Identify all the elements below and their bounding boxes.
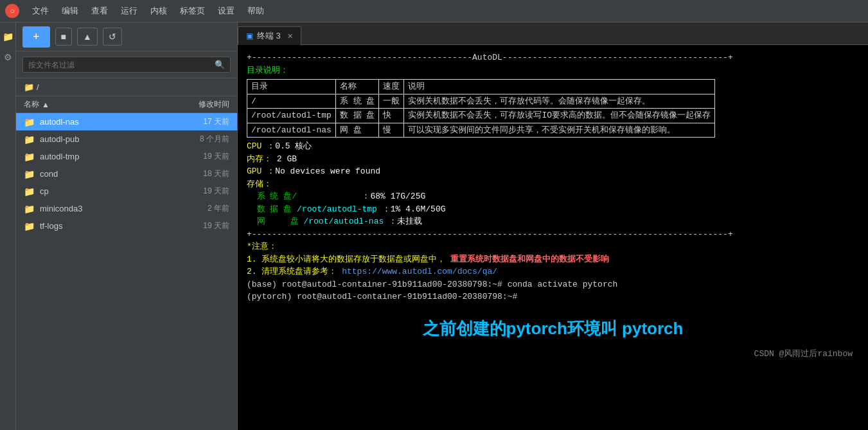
terminal-area: ▣ 终端 3 ✕ +------------------------------…	[238, 22, 868, 430]
storage-line-3: 网 盘 /root/autodl-nas ：未挂载	[247, 215, 859, 228]
table-header-name: 名称	[335, 80, 379, 94]
breadcrumb-path: /	[37, 82, 39, 92]
file-list: 📁 autodl-nas 17 天前 📁 autodl-pub 8 个月前 📁 …	[16, 113, 237, 430]
file-item-time: 17 天前	[178, 116, 229, 127]
upload-button[interactable]: ▲	[77, 28, 98, 46]
table-header-dir: 目录	[247, 80, 336, 94]
dir-title: 目录说明：	[247, 64, 859, 77]
menu-help[interactable]: 帮助	[241, 3, 270, 19]
app-logo: ○	[5, 4, 19, 18]
files-icon[interactable]: 📁	[0, 29, 16, 44]
table-row: /root/autodl-nas 网 盘 慢 可以实现多实例间的文件同步共享，不…	[247, 123, 715, 138]
file-item-time: 2 年前	[178, 203, 229, 214]
menu-bar: ○ 文件 编辑 查看 运行 内核 标签页 设置 帮助	[0, 0, 868, 22]
list-item[interactable]: 📁 tf-logs 19 天前	[16, 217, 237, 235]
storage-line-2: 数 据 盘 /root/autodl-tmp ：1% 4.6M/50G	[247, 203, 859, 216]
file-item-time: 19 天前	[178, 220, 229, 231]
list-item[interactable]: 📁 autodl-tmp 19 天前	[16, 148, 237, 165]
list-item[interactable]: 📁 miniconda3 2 年前	[16, 200, 237, 217]
breadcrumb: 📁 /	[16, 78, 237, 96]
list-item[interactable]: 📁 autodl-pub 8 个月前	[16, 130, 237, 148]
name-column-label: 名称	[24, 99, 39, 110]
menu-tabs[interactable]: 标签页	[173, 3, 211, 19]
dir-table: 目录 名称 速度 说明 / 系 统 盘 一般 实例关机数据不会丢失，可存放代码等…	[247, 79, 715, 138]
add-button[interactable]: +	[22, 26, 50, 48]
list-item[interactable]: 📁 cp 19 天前	[16, 183, 237, 200]
search-bar: 🔍	[16, 51, 237, 78]
csdn-watermark: CSDN @风雨过后rainbow	[247, 348, 859, 361]
menu-file[interactable]: 文件	[26, 3, 55, 19]
settings-icon[interactable]: ⚙	[1, 49, 15, 65]
file-toolbar: + ■ ▲ ↺	[16, 22, 237, 51]
menu-run[interactable]: 运行	[114, 3, 144, 19]
prompt-line-1: (base) root@autodl-container-91b911ad00-…	[247, 278, 859, 291]
file-item-time: 19 天前	[178, 186, 229, 197]
storage-title: 存储：	[247, 178, 859, 191]
folder-icon: 📁	[24, 204, 35, 214]
note-line-1: 1. 系统盘较小请将大的数据存放于数据盘或网盘中， 重置系统时数据盘和网盘中的数…	[247, 253, 859, 266]
gpu-line: GPU ：No devices were found	[247, 165, 859, 178]
sidebar: + ■ ▲ ↺ 🔍 📁 / 名称 ▲ 修改时间 📁	[16, 22, 238, 430]
tab-bar: ▣ 终端 3 ✕	[238, 22, 868, 45]
table-row: / 系 统 盘 一般 实例关机数据不会丢失，可存放代码等。会随保存镜像一起保存。	[247, 94, 715, 109]
terminal-tab[interactable]: ▣ 终端 3 ✕	[238, 26, 301, 45]
folder-icon: 📁	[24, 117, 35, 127]
terminal-content[interactable]: +---------------------------------------…	[238, 45, 868, 430]
divider-top: +---------------------------------------…	[247, 51, 859, 64]
file-item-time: 18 天前	[178, 168, 229, 179]
file-item-name: autodl-nas	[40, 117, 178, 127]
search-input[interactable]	[28, 60, 215, 69]
folder-icon: 📁	[24, 221, 35, 231]
tab-close-button[interactable]: ✕	[287, 32, 293, 40]
note-line-2: 2. 清理系统盘请参考： https://www.autodl.com/docs…	[247, 265, 859, 278]
refresh-button[interactable]: ↺	[103, 28, 122, 46]
menu-settings[interactable]: 设置	[211, 3, 241, 19]
mem-line: 内存： 2 GB	[247, 153, 859, 166]
list-item[interactable]: 📁 cond 18 天前	[16, 165, 237, 183]
table-header-speed: 速度	[379, 80, 404, 94]
cpu-line: CPU ：0.5 核心	[247, 140, 859, 153]
divider-mid: +---------------------------------------…	[247, 228, 859, 241]
folder-icon: 📁	[24, 152, 35, 162]
folder-icon: 📁	[24, 169, 35, 179]
copy-button[interactable]: ■	[55, 28, 72, 46]
file-item-name: cond	[40, 169, 178, 179]
folder-icon: 📁	[24, 186, 35, 197]
file-item-name: tf-logs	[40, 221, 178, 231]
storage-line-1: 系 统 盘/ ：68% 17G/25G	[247, 190, 859, 203]
menu-kernel[interactable]: 内核	[144, 3, 173, 19]
list-item[interactable]: 📁 autodl-nas 17 天前	[16, 113, 237, 130]
terminal-tab-label: 终端 3	[257, 30, 281, 42]
menu-view[interactable]: 查看	[85, 3, 114, 19]
prompt-line-2: (pytorch) root@autodl-container-91b911ad…	[247, 291, 859, 303]
big-text: 之前创建的pytorch环境叫 pytorch	[247, 316, 859, 341]
file-item-name: autodl-tmp	[40, 152, 178, 161]
folder-icon: 📁	[24, 82, 34, 92]
file-item-time: 19 天前	[178, 151, 229, 162]
left-icon-strip: 📁 ⚙	[0, 22, 16, 430]
file-item-name: cp	[40, 186, 178, 196]
file-item-name: miniconda3	[40, 204, 178, 213]
time-column-label: 修改时间	[178, 99, 229, 110]
main-layout: 📁 ⚙ + ■ ▲ ↺ 🔍 📁 / 名称 ▲	[0, 22, 868, 430]
table-header-desc: 说明	[404, 80, 715, 94]
folder-icon: 📁	[24, 134, 35, 145]
sort-icon[interactable]: ▲	[42, 100, 49, 109]
note-title: *注意：	[247, 240, 859, 253]
file-list-header: 名称 ▲ 修改时间	[16, 96, 237, 113]
menu-edit[interactable]: 编辑	[55, 3, 85, 19]
terminal-tab-icon: ▣	[246, 31, 253, 40]
file-item-name: autodl-pub	[40, 134, 178, 144]
file-item-time: 8 个月前	[178, 134, 229, 145]
search-icon: 🔍	[215, 60, 225, 69]
table-row: /root/autodl-tmp 数 据 盘 快 实例关机数据不会丢失，可存放读…	[247, 109, 715, 123]
